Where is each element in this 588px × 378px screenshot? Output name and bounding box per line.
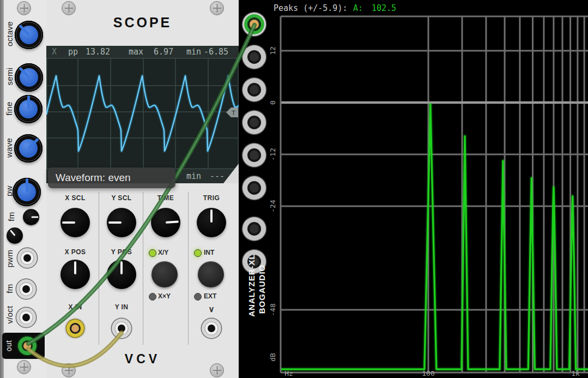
xy-label: X/Y [158, 249, 168, 256]
analyzer-input-c-jack[interactable] [250, 85, 259, 94]
voct-input-jack[interactable] [22, 314, 30, 321]
xxy-led [149, 293, 156, 301]
analyzer-channel-label: A: [353, 3, 363, 13]
vco-label-pw: pw [4, 185, 14, 196]
fine-knob[interactable] [14, 95, 43, 123]
chevron-down-icon: ∨ [209, 304, 215, 314]
vco-label-voct: v/oct [5, 305, 14, 323]
vco-label-fm2: fm [5, 284, 14, 293]
tooltip: Waveform: even [48, 167, 175, 188]
scope-title: SCOPE [46, 15, 239, 31]
stat2-min-value: --- [210, 171, 225, 181]
vco-label-fine: fine [4, 101, 14, 115]
vcv-rack: octave semi fine wave pw fm pwm fm v/oct… [0, 0, 588, 378]
tooltip-text: Waveform: even [56, 172, 131, 183]
analyzer-input-b-jack[interactable] [250, 52, 259, 62]
vcv-logo: VCV [46, 352, 239, 367]
analyzer-peak-value: 102.5 [372, 3, 396, 13]
vco-label-wave: wave [4, 138, 14, 158]
analyzer-input-f-jack[interactable] [250, 183, 259, 193]
x-pos-knob[interactable] [60, 260, 90, 289]
analyzer-input-e-jack[interactable] [250, 151, 259, 160]
svg-text:-48: -48 [269, 303, 277, 316]
xxy-label: X×Y [158, 292, 171, 300]
pwm-amount-knob[interactable] [7, 227, 23, 244]
divider [188, 192, 189, 345]
int-label: INT [204, 249, 214, 256]
spectrum-plot: 120-12-24-48dBHz1001k [239, 0, 588, 378]
trig-ext-jack[interactable] [208, 325, 215, 332]
y-in-jack[interactable] [118, 325, 125, 332]
x-in-label: X IN [69, 303, 82, 311]
analyzer-module-name: ANALYZER-XL [247, 254, 256, 316]
svg-text:-24: -24 [269, 200, 277, 213]
ext-led [194, 293, 202, 301]
scope-display: T [46, 58, 239, 169]
svg-text:T: T [232, 110, 235, 117]
y-scl-label: Y SCL [111, 194, 131, 202]
vco-label-semi: semi [5, 68, 14, 86]
stat-pp-value: 13.82 [86, 47, 110, 57]
stat-min-value: -6.85 [204, 47, 228, 57]
screw-icon [210, 1, 224, 15]
x-scl-label: X SCL [65, 194, 85, 202]
semi-knob[interactable] [15, 63, 43, 92]
vco-label-fm: fm [7, 212, 16, 221]
svg-text:12: 12 [269, 46, 277, 55]
analyzer-input-d-jack[interactable] [250, 118, 259, 127]
analyzer-input-g-jack[interactable] [250, 224, 259, 233]
divider [99, 192, 99, 345]
xy-led [149, 249, 156, 257]
screw-icon [62, 1, 76, 15]
stat-max-label: max [129, 47, 143, 57]
octave-knob[interactable] [15, 21, 43, 49]
fm-amount-knob[interactable] [23, 209, 39, 225]
trig-mode-button[interactable] [198, 261, 224, 287]
rack-rail [0, 0, 4, 378]
x-scl-knob[interactable] [60, 208, 90, 237]
y-pos-label: Y POS [111, 248, 132, 256]
analyzer-input-a-jack[interactable] [250, 20, 259, 29]
x-pos-label: X POS [65, 248, 86, 256]
vco-out-jack[interactable] [23, 342, 31, 350]
module-scope: SCOPE X pp 13.82 max 6.97 min -6.85 T mi… [46, 0, 239, 378]
ext-label: EXT [204, 292, 216, 300]
pw-knob[interactable] [13, 178, 41, 206]
vco-label-octave: octave [5, 21, 14, 46]
vco-label-out: out [4, 340, 13, 351]
fm-input-jack[interactable] [22, 285, 30, 293]
vco-label-pwm: pwm [5, 250, 14, 268]
time-knob[interactable] [151, 208, 180, 237]
divider [143, 192, 143, 345]
trig-label: TRIG [203, 194, 220, 202]
screw-icon [17, 360, 31, 374]
stat-min-label: min [186, 47, 201, 57]
resize-handle[interactable] [223, 164, 239, 183]
xy-mode-button[interactable] [151, 261, 178, 287]
y-scl-knob[interactable] [107, 208, 136, 237]
svg-text:0: 0 [269, 100, 277, 105]
module-analyzer-xl: Peaks (+/-5.9): A: 102.5 120-12-24-48dBH… [239, 0, 588, 378]
scope-waveform-glow [46, 76, 239, 151]
time-label: TIME [157, 194, 174, 202]
trigger-marker[interactable]: T [226, 107, 238, 117]
pwm-input-jack[interactable] [23, 254, 31, 262]
y-pos-knob[interactable] [107, 260, 136, 289]
y-in-label: Y IN [115, 303, 129, 311]
stat-max-value: 6.97 [154, 47, 173, 57]
stat-pp-label: pp [68, 47, 78, 57]
stat2-min-label: min [186, 171, 201, 181]
svg-text:dB: dB [269, 353, 277, 362]
analyzer-peaks-header: Peaks (+/-5.9): [274, 3, 347, 13]
x-in-jack[interactable] [71, 325, 79, 332]
wave-knob[interactable] [14, 134, 43, 163]
trig-knob[interactable] [197, 208, 226, 237]
svg-text:-12: -12 [269, 148, 277, 160]
scope-stats-top: X pp 13.82 max 6.97 min -6.85 [46, 46, 239, 58]
analyzer-brand: BOGAUDIO [257, 265, 266, 314]
screw-icon [17, 1, 31, 15]
stat-channel: X [52, 47, 57, 57]
int-led [194, 249, 202, 257]
module-vco: octave semi fine wave pw fm pwm fm v/oct… [0, 0, 47, 378]
